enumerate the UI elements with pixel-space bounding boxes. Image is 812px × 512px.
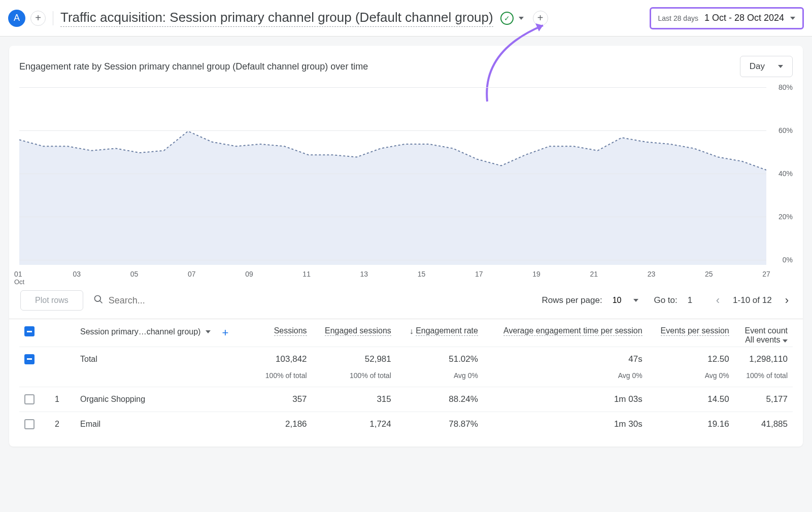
- dimension-selector[interactable]: Session primary…channel group): [80, 327, 200, 336]
- metric-cell: 88.24%: [396, 387, 483, 412]
- date-range-preset-label: Last 28 days: [658, 14, 698, 22]
- rows-per-page-label: Rows per page:: [542, 295, 602, 305]
- metric-cell: 103,842: [255, 347, 312, 372]
- plot-rows-button[interactable]: Plot rows: [20, 290, 83, 311]
- metric-cell: 1,298,110: [734, 347, 793, 372]
- metric-cell: 47s: [483, 347, 648, 372]
- add-report-button[interactable]: +: [30, 11, 46, 26]
- col-engagement-rate[interactable]: ↓ Engagement rate: [396, 319, 483, 347]
- x-tick: 03: [73, 270, 81, 278]
- chevron-down-icon: [783, 339, 788, 343]
- metric-subtext: 100% of total: [312, 371, 396, 387]
- gridline: [19, 174, 766, 174]
- x-tick: 01Oct: [14, 270, 24, 286]
- row-index: 2: [50, 412, 75, 437]
- report-title[interactable]: Traffic acquisition: Session primary cha…: [60, 10, 493, 27]
- metric-cell: 51.02%: [396, 347, 483, 372]
- gridline: [19, 87, 766, 88]
- metric-cell: 19.16: [648, 412, 734, 437]
- metric-subtext: Avg 0%: [648, 371, 734, 387]
- verified-icon[interactable]: ✓: [500, 12, 514, 25]
- col-engaged-sessions[interactable]: Engaged sessions: [312, 319, 396, 347]
- divider: [53, 11, 53, 25]
- search-input[interactable]: [109, 295, 261, 306]
- metric-cell: 14.50: [648, 387, 734, 412]
- svg-marker-0: [19, 131, 766, 265]
- gridline: [19, 260, 766, 260]
- metric-cell: 78.87%: [396, 412, 483, 437]
- x-tick: 21: [590, 270, 598, 278]
- page-range: 1-10 of 12: [733, 295, 772, 305]
- chevron-down-icon: [206, 330, 211, 333]
- x-tick: 19: [532, 270, 540, 278]
- y-tick: 60%: [769, 126, 793, 134]
- metric-cell: 12.50: [648, 347, 734, 372]
- table-row[interactable]: 1Organic Shopping35731588.24%1m 03s14.50…: [19, 387, 793, 412]
- y-tick: 40%: [769, 169, 793, 178]
- x-tick: 05: [130, 270, 139, 278]
- metric-cell: 315: [312, 387, 396, 412]
- row-checkbox[interactable]: [24, 419, 35, 429]
- col-sessions[interactable]: Sessions: [255, 319, 312, 347]
- col-events-per-session[interactable]: Events per session: [648, 319, 734, 347]
- y-tick: 20%: [769, 213, 793, 221]
- metric-cell: 357: [255, 387, 312, 412]
- chevron-down-icon: [790, 17, 795, 20]
- col-avg-engagement-time[interactable]: Average engagement time per session: [483, 319, 648, 347]
- x-tick: 09: [245, 270, 253, 278]
- metric-subtext: 100% of total: [734, 371, 793, 387]
- metric-cell: 2,186: [255, 412, 312, 437]
- row-dimension[interactable]: Organic Shopping: [75, 387, 255, 412]
- metric-cell: 1m 03s: [483, 387, 648, 412]
- account-avatar[interactable]: A: [8, 10, 25, 27]
- x-tick: 27: [762, 270, 770, 278]
- total-label: Total: [75, 347, 255, 372]
- x-tick: 23: [648, 270, 656, 278]
- event-count-filter[interactable]: All events: [745, 335, 788, 344]
- granularity-value: Day: [750, 61, 765, 72]
- metric-subtext: 100% of total: [255, 371, 312, 387]
- col-event-count[interactable]: Event count All events: [734, 319, 793, 347]
- row-dimension[interactable]: Email: [75, 412, 255, 437]
- x-tick: 25: [705, 270, 713, 278]
- row-index: 1: [50, 387, 75, 412]
- gridline: [19, 217, 766, 217]
- report-menu-dropdown[interactable]: [519, 17, 524, 20]
- next-page-button[interactable]: ›: [782, 294, 792, 307]
- add-comparison-button[interactable]: +: [533, 11, 548, 26]
- table-row[interactable]: 2Email2,1861,72478.87%1m 30s19.1641,885: [19, 412, 793, 437]
- x-tick: 07: [188, 270, 196, 278]
- y-tick: 0%: [769, 256, 793, 264]
- prev-page-button[interactable]: ‹: [713, 294, 723, 307]
- metric-cell: 52,981: [312, 347, 396, 372]
- svg-point-1: [94, 295, 100, 301]
- metric-cell: 41,885: [734, 412, 793, 437]
- row-checkbox[interactable]: [24, 354, 35, 364]
- chart-line: [19, 87, 766, 270]
- add-dimension-button[interactable]: +: [222, 326, 233, 337]
- metric-subtext: Avg 0%: [483, 371, 648, 387]
- row-checkbox[interactable]: [24, 394, 35, 404]
- gridline: [19, 130, 766, 131]
- svg-line-2: [99, 300, 102, 303]
- search-icon: [93, 294, 104, 307]
- rows-per-page-selector[interactable]: 10: [613, 296, 644, 305]
- chart-title: Engagement rate by Session primary chann…: [19, 61, 368, 72]
- date-range-picker[interactable]: Last 28 days 1 Oct - 28 Oct 2024: [650, 7, 804, 29]
- metric-subtext: Avg 0%: [396, 371, 483, 387]
- chevron-down-icon: [778, 65, 783, 68]
- y-tick: 80%: [769, 83, 793, 91]
- metric-cell: 1m 30s: [483, 412, 648, 437]
- x-tick: 15: [418, 270, 426, 278]
- metric-cell: 5,177: [734, 387, 793, 412]
- x-tick: 17: [475, 270, 483, 278]
- select-all-checkbox[interactable]: [24, 326, 35, 336]
- goto-value[interactable]: 1: [688, 295, 703, 305]
- metric-cell: 1,724: [312, 412, 396, 437]
- rows-per-page-value: 10: [613, 296, 622, 305]
- chevron-down-icon: [633, 299, 638, 302]
- date-range-value: 1 Oct - 28 Oct 2024: [704, 13, 784, 23]
- granularity-selector[interactable]: Day: [740, 56, 793, 77]
- chart-plot-area[interactable]: [19, 87, 766, 270]
- goto-label: Go to:: [654, 295, 677, 305]
